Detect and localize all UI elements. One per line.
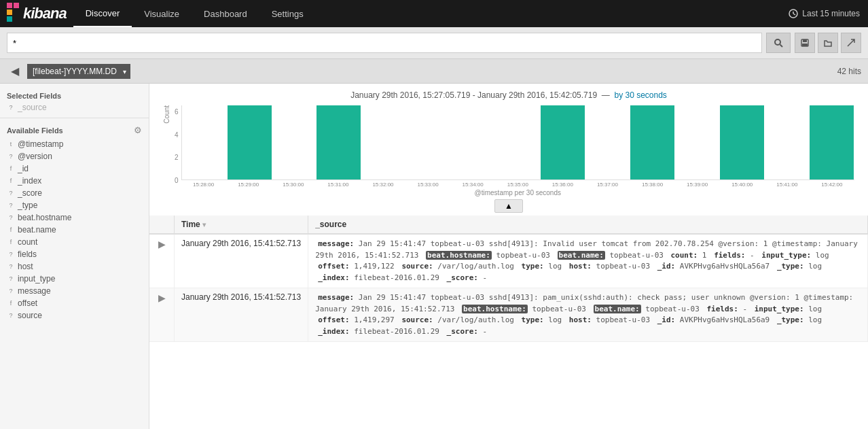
bar-group[interactable] bbox=[810, 105, 854, 179]
bar-group[interactable] bbox=[720, 105, 764, 179]
field-val: - bbox=[478, 327, 487, 336]
bar-group[interactable] bbox=[630, 105, 674, 179]
field-input-type[interactable]: ? input_type bbox=[0, 273, 149, 285]
bar-group[interactable] bbox=[675, 105, 719, 179]
search-icon bbox=[774, 38, 783, 48]
field-source[interactable]: ? source bbox=[0, 309, 149, 322]
field-key: beat.name: bbox=[558, 251, 605, 260]
load-icon bbox=[823, 38, 833, 48]
bar-group[interactable] bbox=[765, 105, 809, 179]
field-host[interactable]: ? host bbox=[0, 260, 149, 273]
field-key: beat.name: bbox=[594, 305, 641, 313]
field-val: 1,419,122 bbox=[350, 262, 399, 271]
bar-group[interactable] bbox=[541, 105, 585, 179]
x-label: 15:29:00 bbox=[226, 182, 271, 188]
svg-point-3 bbox=[775, 39, 780, 45]
bar-group[interactable] bbox=[317, 105, 361, 179]
main-container: Selected Fields ? _source Available Fiel… bbox=[0, 84, 868, 429]
sidebar-collapse-button[interactable]: ◀ bbox=[7, 63, 23, 79]
nav-links: Discover Visualize Dashboard Settings bbox=[73, 0, 316, 27]
field-type[interactable]: ? _type bbox=[0, 199, 149, 211]
selected-fields-label: Selected Fields bbox=[0, 89, 149, 101]
field-val: - bbox=[738, 305, 752, 313]
field-key: message: bbox=[318, 293, 354, 302]
bar-group[interactable] bbox=[272, 105, 317, 179]
save-search-button[interactable] bbox=[795, 33, 815, 53]
question-icon: ? bbox=[7, 104, 15, 111]
expand-cell: ▶ bbox=[149, 288, 175, 342]
field-fields[interactable]: ? fields bbox=[0, 248, 149, 260]
source-type-icon: ? bbox=[7, 312, 15, 319]
field-key: _index: bbox=[318, 273, 349, 282]
expand-cell: ▶ bbox=[149, 234, 175, 288]
expand-row-button[interactable]: ▶ bbox=[156, 292, 167, 303]
time-cell: January 29th 2016, 15:41:52.713 bbox=[175, 234, 308, 288]
nav-visualize[interactable]: Visualize bbox=[132, 0, 192, 27]
field-message[interactable]: ? message bbox=[0, 285, 149, 297]
field-key: _type: bbox=[777, 315, 804, 324]
field-timestamp[interactable]: t @timestamp bbox=[0, 138, 149, 150]
beat-name-type-icon: f bbox=[7, 226, 15, 233]
share-button[interactable] bbox=[841, 33, 861, 53]
field-offset-name: offset bbox=[18, 298, 37, 308]
brand: kibana bbox=[0, 0, 73, 27]
field-val: 1,419,297 bbox=[350, 315, 399, 324]
field-id[interactable]: f _id bbox=[0, 162, 149, 175]
collapse-chart-button[interactable]: ▲ bbox=[494, 199, 523, 213]
field-val: topbeat-u-03 bbox=[528, 305, 591, 313]
field-offset[interactable]: f offset bbox=[0, 297, 149, 309]
field-key: count: bbox=[671, 251, 698, 260]
nav-discover[interactable]: Discover bbox=[73, 0, 132, 27]
field-key: host: bbox=[569, 315, 592, 324]
x-label: 15:41:00 bbox=[765, 182, 810, 188]
bar-group[interactable] bbox=[496, 105, 540, 179]
search-button[interactable] bbox=[766, 33, 791, 53]
x-label: 15:32:00 bbox=[361, 182, 405, 188]
source-field-item[interactable]: ? _source bbox=[0, 101, 149, 114]
fields-gear-button[interactable]: ⚙ bbox=[134, 125, 142, 135]
bar-group[interactable] bbox=[406, 105, 450, 179]
input-type-type-icon: ? bbox=[7, 275, 15, 282]
bar-group[interactable] bbox=[361, 105, 405, 179]
chart-body: 15:28:0015:29:0015:30:0015:31:0015:32:00… bbox=[181, 105, 854, 196]
field-version[interactable]: ? @version bbox=[0, 150, 149, 162]
field-count[interactable]: f count bbox=[0, 236, 149, 248]
host-type-icon: ? bbox=[7, 263, 15, 270]
field-val: - bbox=[478, 273, 487, 282]
field-key: _type: bbox=[777, 262, 804, 271]
field-key: host: bbox=[569, 262, 592, 271]
field-timestamp-name: @timestamp bbox=[18, 139, 64, 149]
field-score[interactable]: ? _score bbox=[0, 187, 149, 199]
x-label: 15:39:00 bbox=[675, 182, 720, 188]
bar-group[interactable] bbox=[585, 105, 630, 179]
chart-interval-link[interactable]: by 30 seconds bbox=[614, 90, 666, 100]
field-val: filebeat-2016.01.29 bbox=[350, 327, 444, 336]
time-cell: January 29th 2016, 15:41:52.713 bbox=[175, 288, 308, 342]
sidebar: Selected Fields ? _source Available Fiel… bbox=[0, 84, 149, 429]
x-label: 15:38:00 bbox=[630, 182, 675, 188]
field-key: _id: bbox=[657, 315, 676, 324]
field-key: beat.hostname: bbox=[426, 251, 492, 260]
field-id-name: _id bbox=[18, 164, 29, 173]
nav-right: Last 15 minutes bbox=[789, 9, 868, 18]
index-select[interactable]: [filebeat-]YYYY.MM.DD bbox=[27, 64, 130, 79]
nav-settings[interactable]: Settings bbox=[259, 0, 316, 27]
expand-row-button[interactable]: ▶ bbox=[156, 239, 167, 250]
nav-dashboard[interactable]: Dashboard bbox=[192, 0, 259, 27]
share-icon bbox=[846, 38, 856, 48]
field-beat-hostname[interactable]: ? beat.hostname bbox=[0, 211, 149, 224]
search-input[interactable] bbox=[7, 33, 762, 53]
bar-group[interactable] bbox=[451, 105, 495, 179]
available-fields-header: Available Fields ⚙ bbox=[0, 122, 149, 138]
bar-group[interactable] bbox=[183, 105, 227, 179]
bar-group[interactable] bbox=[228, 105, 272, 179]
field-beat-name[interactable]: f beat.name bbox=[0, 224, 149, 236]
field-val: - bbox=[745, 251, 759, 260]
hits-badge: 42 hits bbox=[837, 67, 861, 76]
kibana-logo: kibana bbox=[7, 3, 67, 24]
bar bbox=[720, 105, 764, 179]
time-col-header[interactable]: Time ▾ bbox=[175, 216, 308, 234]
field-index[interactable]: f _index bbox=[0, 175, 149, 187]
load-search-button[interactable] bbox=[818, 33, 838, 53]
collapse-chart-row: ▲ bbox=[149, 196, 868, 216]
